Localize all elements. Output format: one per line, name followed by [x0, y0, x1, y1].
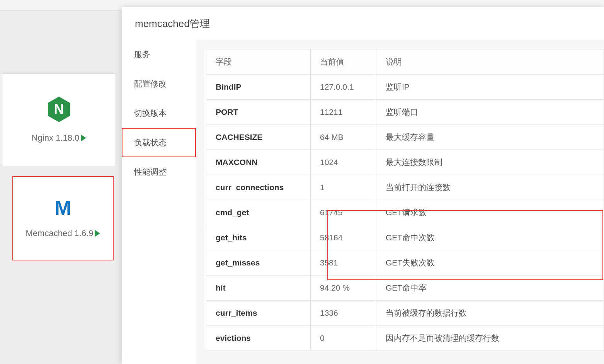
content-area: 字段 当前值 说明 BindIP127.0.0.1监听IPPORT11211监听… — [196, 40, 604, 364]
cell-desc: GET请求数 — [376, 200, 604, 225]
cell-desc: 监听端口 — [376, 100, 604, 125]
cell-field: CACHESIZE — [206, 125, 311, 150]
th-desc: 说明 — [376, 49, 604, 75]
table-row: get_misses3581GET失败次数 — [206, 250, 604, 276]
cell-field: get_misses — [206, 250, 311, 276]
sidebar-item-label: 切换版本 — [134, 109, 167, 117]
cell-desc: 最大缓存容量 — [376, 125, 604, 150]
nginx-label-text: Nginx 1.18.0 — [32, 133, 80, 143]
sidebar-item-label: 服务 — [134, 50, 150, 59]
status-table: 字段 当前值 说明 BindIP127.0.0.1监听IPPORT11211监听… — [206, 49, 604, 351]
th-value: 当前值 — [311, 49, 376, 75]
table-row: MAXCONN1024最大连接数限制 — [206, 150, 604, 175]
th-field: 字段 — [206, 49, 311, 75]
cell-value: 64 MB — [311, 125, 376, 150]
cell-value: 94.20 % — [311, 276, 376, 301]
cell-field: get_hits — [206, 225, 311, 250]
cell-value: 127.0.0.1 — [311, 75, 376, 100]
modal-title: memcached管理 — [122, 7, 604, 40]
software-label-memcached: Memcached 1.6.9 — [26, 228, 100, 238]
table-row: cmd_get61745GET请求数 — [206, 200, 604, 225]
table-header-row: 字段 当前值 说明 — [206, 49, 604, 75]
cell-field: cmd_get — [206, 200, 311, 225]
sidebar: 服务 配置修改 切换版本 负载状态 性能调整 — [122, 40, 196, 364]
sidebar-item-performance[interactable]: 性能调整 — [122, 157, 196, 187]
modal-panel: memcached管理 服务 配置修改 切换版本 负载状态 性能调整 字段 当前… — [122, 7, 604, 364]
table-row: curr_connections1当前打开的连接数 — [206, 175, 604, 200]
nginx-icon: N — [48, 97, 70, 122]
memcached-label-text: Memcached 1.6.9 — [26, 228, 94, 238]
cell-desc: 当前打开的连接数 — [376, 175, 604, 200]
table-row: BindIP127.0.0.1监听IP — [206, 75, 604, 100]
cell-field: BindIP — [206, 75, 311, 100]
cell-desc: GET失败次数 — [376, 250, 604, 276]
memcached-icon: M — [51, 198, 75, 218]
sidebar-item-label: 性能调整 — [134, 167, 167, 176]
memcached-icon-letter: M — [54, 196, 71, 219]
modal-body: 服务 配置修改 切换版本 负载状态 性能调整 字段 当前值 说明 BindIP1… — [122, 40, 604, 364]
cell-value: 11211 — [311, 100, 376, 125]
cell-value: 58164 — [311, 225, 376, 250]
cell-value: 0 — [311, 326, 376, 351]
sidebar-item-label: 负载状态 — [134, 138, 167, 147]
cell-value: 3581 — [311, 250, 376, 276]
sidebar-item-config[interactable]: 配置修改 — [122, 69, 196, 99]
sidebar-item-service[interactable]: 服务 — [122, 40, 196, 69]
cell-desc: GET命中次数 — [376, 225, 604, 250]
cell-value: 61745 — [311, 200, 376, 225]
table-row: evictions0因内存不足而被清理的缓存行数 — [206, 326, 604, 351]
play-icon — [81, 134, 86, 141]
cell-value: 1 — [311, 175, 376, 200]
sidebar-item-load-status[interactable]: 负载状态 — [122, 128, 196, 157]
software-card-nginx[interactable]: N Nginx 1.18.0 — [2, 73, 116, 166]
table-row: curr_items1336当前被缓存的数据行数 — [206, 301, 604, 326]
table-row: get_hits58164GET命中次数 — [206, 225, 604, 250]
table-row: hit94.20 %GET命中率 — [206, 276, 604, 301]
cell-desc: 监听IP — [376, 75, 604, 100]
sidebar-item-label: 配置修改 — [134, 79, 167, 88]
cell-field: curr_items — [206, 301, 311, 326]
cell-desc: 因内存不足而被清理的缓存行数 — [376, 326, 604, 351]
table-row: CACHESIZE64 MB最大缓存容量 — [206, 125, 604, 150]
cell-field: curr_connections — [206, 175, 311, 200]
software-label-nginx: Nginx 1.18.0 — [32, 133, 87, 143]
cell-value: 1336 — [311, 301, 376, 326]
cell-desc: 最大连接数限制 — [376, 150, 604, 175]
hexagon-icon: N — [48, 97, 70, 122]
cell-field: PORT — [206, 100, 311, 125]
table-row: PORT11211监听端口 — [206, 100, 604, 125]
play-icon — [95, 230, 100, 237]
cell-value: 1024 — [311, 150, 376, 175]
cell-field: evictions — [206, 326, 311, 351]
cell-field: hit — [206, 276, 311, 301]
cell-field: MAXCONN — [206, 150, 311, 175]
cell-desc: GET命中率 — [376, 276, 604, 301]
software-card-memcached[interactable]: M Memcached 1.6.9 — [12, 176, 114, 260]
sidebar-item-version[interactable]: 切换版本 — [122, 99, 196, 128]
cell-desc: 当前被缓存的数据行数 — [376, 301, 604, 326]
